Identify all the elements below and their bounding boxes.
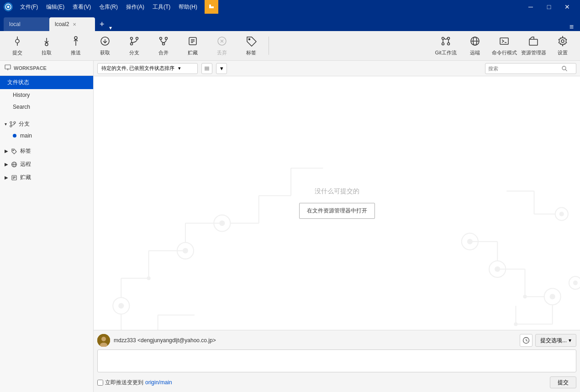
sidebar-stash-section[interactable]: ▶ 贮藏 xyxy=(0,170,93,183)
svg-point-30 xyxy=(442,42,444,45)
explorer-icon xyxy=(528,36,539,48)
stash-icon xyxy=(187,36,198,48)
remote-label: 远端 xyxy=(470,49,480,56)
clock-button[interactable] xyxy=(520,334,533,347)
filter-dropdown[interactable]: 待定的文件, 已依照文件状态排序 ▾ xyxy=(97,63,198,74)
pull-label: 拉取 xyxy=(42,49,52,56)
tag-button[interactable]: 标签 xyxy=(237,33,265,58)
sidebar-item-main-branch[interactable]: main xyxy=(0,130,93,142)
fetch-icon xyxy=(100,36,111,48)
menu-repo[interactable]: 仓库(R) xyxy=(95,2,121,12)
tab-local[interactable]: local xyxy=(4,17,49,31)
svg-point-27 xyxy=(249,38,250,40)
remote-button[interactable]: 远端 xyxy=(461,33,489,58)
commit-message-input[interactable] xyxy=(97,350,576,372)
push-button[interactable]: 推送 xyxy=(62,33,90,58)
discard-icon xyxy=(216,36,227,48)
sidebar-item-file-status[interactable]: 文件状态 xyxy=(0,76,93,89)
menu-file[interactable]: 文件(F) xyxy=(16,2,42,12)
explorer-button[interactable]: 资源管理器 xyxy=(520,33,547,58)
open-explorer-button[interactable]: 在文件资源管理器中打开 xyxy=(299,203,375,219)
remote-label: 远程 xyxy=(20,160,31,168)
commit-options-chevron-icon: ▾ xyxy=(569,337,571,344)
git-flow-icon xyxy=(440,36,451,48)
git-flow-button[interactable]: Git工作流 xyxy=(432,33,459,58)
commit-icon xyxy=(12,36,23,48)
menu-view[interactable]: 查看(V) xyxy=(69,2,95,12)
hamburger-menu-button[interactable]: ≡ xyxy=(567,23,576,31)
history-label: History xyxy=(13,92,30,98)
git-flow-label: Git工作流 xyxy=(435,49,456,56)
push-label: 推送 xyxy=(71,49,81,56)
menu-tools[interactable]: 工具(T) xyxy=(149,2,174,12)
commit-area: mdzz333 <dengjunyangdljt@yahoo.co.jp> 提交… xyxy=(94,330,580,392)
tab-close-icon[interactable]: ✕ xyxy=(73,22,76,27)
commit-author-label: mdzz333 <dengjunyangdljt@yahoo.co.jp> xyxy=(114,337,516,344)
svg-point-19 xyxy=(163,42,165,45)
sidebar-item-history[interactable]: History xyxy=(0,89,93,101)
submit-commit-button[interactable]: 提交 xyxy=(550,376,576,388)
svg-point-15 xyxy=(131,42,133,45)
push-checkbox[interactable] xyxy=(97,380,103,386)
toolbar-separator xyxy=(269,37,269,55)
merge-icon xyxy=(158,36,169,48)
sidebar-branches-section[interactable]: ▾ 分支 xyxy=(0,117,93,130)
terminal-button[interactable]: 命令行模式 xyxy=(490,33,518,58)
remote-chevron-icon: ▶ xyxy=(5,162,8,167)
svg-point-106 xyxy=(573,281,578,285)
stash-label: 贮藏 xyxy=(188,49,198,56)
flag-icon xyxy=(205,0,218,14)
branches-icon xyxy=(10,121,16,127)
fetch-label: 获取 xyxy=(100,49,110,56)
stash-chevron-icon: ▶ xyxy=(5,175,8,180)
fetch-button[interactable]: 获取 xyxy=(91,33,119,58)
settings-button[interactable]: 设置 xyxy=(549,33,576,58)
explorer-label: 资源管理器 xyxy=(521,49,546,56)
merge-button[interactable]: 合并 xyxy=(150,33,177,58)
push-target-link[interactable]: origin/main xyxy=(145,379,172,386)
view-list-button[interactable] xyxy=(201,63,212,74)
commit-footer: 立即推送变更到 origin/main 提交 xyxy=(97,376,576,388)
close-button[interactable]: ✕ xyxy=(558,0,576,14)
sidebar-remote-section[interactable]: ▶ 远程 xyxy=(0,157,93,170)
sidebar-item-search[interactable]: Search xyxy=(0,101,93,113)
sidebar-tags-section[interactable]: ▶ 标签 xyxy=(0,143,93,157)
svg-point-28 xyxy=(442,37,444,39)
svg-point-59 xyxy=(562,66,566,70)
search-input[interactable] xyxy=(488,66,561,71)
pull-icon xyxy=(41,36,52,48)
filter-dropdown-chevron-icon: ▾ xyxy=(178,65,181,71)
tab-lcoal2[interactable]: lcoal2 ✕ xyxy=(49,17,95,31)
content-area: 待定的文件, 已依照文件状态排序 ▾ ▾ xyxy=(94,61,580,392)
tag-label: 标签 xyxy=(246,49,256,56)
tab-dropdown-button[interactable]: ▾ xyxy=(107,25,114,31)
tab-add-button[interactable]: + xyxy=(97,17,107,31)
content-toolbar: 待定的文件, 已依照文件状态排序 ▾ ▾ xyxy=(94,61,580,76)
file-status-label: 文件状态 xyxy=(7,79,29,86)
pull-button[interactable]: 拉取 xyxy=(33,33,60,58)
svg-point-101 xyxy=(559,212,564,216)
terminal-label: 命令行模式 xyxy=(492,49,517,56)
minimize-button[interactable]: ─ xyxy=(522,0,540,14)
svg-point-44 xyxy=(10,122,12,123)
sidebar: WORKSPACE 文件状态 History Search ▾ 分支 main xyxy=(0,61,94,392)
window-controls: ─ □ ✕ xyxy=(522,0,576,14)
settings-label: 设置 xyxy=(558,49,568,56)
maximize-button[interactable]: □ xyxy=(540,0,558,14)
push-checkbox-label[interactable]: 立即推送变更到 origin/main xyxy=(97,379,172,387)
svg-point-72 xyxy=(214,215,230,231)
view-options-button[interactable]: ▾ xyxy=(216,63,227,74)
menu-help[interactable]: 帮助(H) xyxy=(175,2,201,12)
svg-point-31 xyxy=(448,42,450,45)
discard-button[interactable]: 丢弃 xyxy=(208,33,236,58)
svg-point-14 xyxy=(136,37,138,39)
svg-rect-3 xyxy=(211,5,214,6)
stash-button[interactable]: 贮藏 xyxy=(179,33,206,58)
menu-edit[interactable]: 编辑(E) xyxy=(42,2,68,12)
svg-point-84 xyxy=(544,288,561,305)
branch-button[interactable]: 分支 xyxy=(121,33,148,58)
commit-options-button[interactable]: 提交选项... ▾ xyxy=(535,334,576,347)
commit-button[interactable]: 提交 xyxy=(4,33,31,58)
menu-actions[interactable]: 操作(A) xyxy=(122,2,148,12)
avatar xyxy=(97,334,110,347)
